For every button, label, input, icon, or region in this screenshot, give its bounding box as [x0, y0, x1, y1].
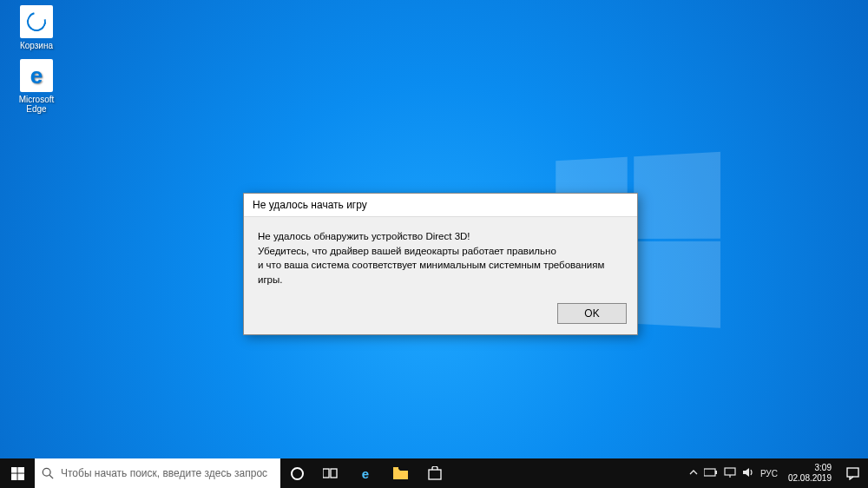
desktop-icon-edge[interactable]: Microsoft Edge	[10, 59, 62, 114]
cortana-icon	[291, 467, 304, 480]
svg-rect-10	[704, 469, 715, 476]
svg-point-4	[43, 468, 50, 476]
desktop-icon-label: Microsoft Edge	[10, 95, 62, 114]
dialog-message-line: и что ваша система соответствует минимал…	[258, 258, 623, 287]
edge-icon	[20, 59, 53, 92]
tray-chevron-up-icon[interactable]	[689, 468, 698, 478]
svg-rect-9	[429, 470, 441, 479]
action-center-button[interactable]	[837, 458, 868, 488]
task-view-icon	[323, 467, 339, 479]
tray-volume-icon[interactable]	[742, 467, 754, 479]
start-button[interactable]	[0, 458, 35, 488]
taskbar-search[interactable]: Чтобы начать поиск, введите здесь запрос	[35, 458, 280, 488]
svg-rect-6	[323, 469, 329, 478]
taskbar-app-store[interactable]	[418, 458, 452, 488]
ok-button[interactable]: OK	[557, 303, 627, 324]
taskbar-app-edge[interactable]: e	[348, 458, 383, 488]
dialog-message-line: Убедитесь, что драйвер вашей видеокарты …	[258, 244, 623, 259]
taskbar: Чтобы начать поиск, введите здесь запрос…	[0, 458, 868, 488]
clock-time: 3:09	[788, 463, 832, 473]
svg-rect-3	[17, 473, 24, 480]
svg-rect-1	[17, 467, 24, 473]
tray-language[interactable]: РУС	[760, 469, 778, 478]
error-dialog: Не удалось начать игру Не удалось обнару…	[243, 193, 638, 335]
svg-rect-12	[725, 468, 735, 475]
recycle-bin-icon	[20, 5, 53, 38]
svg-rect-0	[11, 467, 17, 473]
taskbar-clock[interactable]: 3:09 02.08.2019	[783, 458, 837, 488]
dialog-footer: OK	[244, 296, 637, 334]
svg-rect-2	[11, 473, 17, 480]
dialog-message-line: Не удалось обнаружить устройство Direct …	[258, 229, 623, 244]
notification-icon	[846, 467, 859, 480]
task-view-button[interactable]	[313, 458, 348, 488]
svg-rect-14	[847, 468, 858, 477]
system-tray: РУС	[684, 458, 783, 488]
dialog-title: Не удалось начать игру	[244, 194, 637, 217]
folder-icon	[393, 467, 408, 479]
desktop-icon-recycle-bin[interactable]: Корзина	[10, 5, 62, 50]
taskbar-app-explorer[interactable]	[383, 458, 418, 488]
windows-icon	[11, 467, 24, 480]
svg-line-5	[49, 475, 53, 478]
cortana-button[interactable]	[280, 458, 313, 488]
search-placeholder: Чтобы начать поиск, введите здесь запрос	[61, 467, 267, 479]
desktop-icon-label: Корзина	[10, 41, 62, 50]
edge-icon: e	[362, 466, 369, 481]
tray-network-icon[interactable]	[724, 467, 736, 479]
dialog-body: Не удалось обнаружить устройство Direct …	[244, 217, 637, 296]
taskbar-spacer	[452, 458, 684, 488]
store-icon	[428, 466, 442, 480]
svg-rect-7	[331, 469, 337, 478]
search-icon	[42, 467, 54, 479]
svg-rect-11	[715, 471, 717, 474]
tray-battery-icon[interactable]	[704, 468, 718, 478]
clock-date: 02.08.2019	[788, 473, 832, 484]
svg-rect-8	[393, 467, 398, 470]
